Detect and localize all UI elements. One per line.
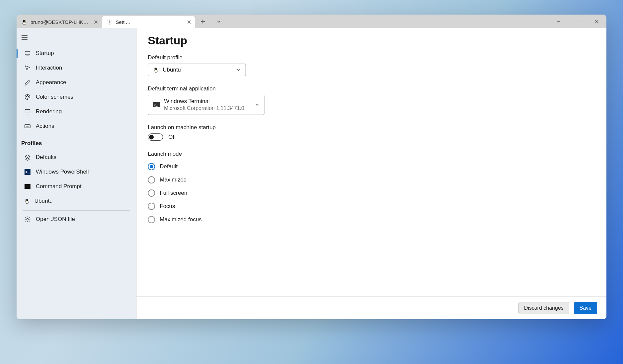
save-button[interactable]: Save [574, 302, 597, 314]
keyboard-icon [24, 123, 31, 130]
sidebar-item-defaults[interactable]: Defaults [17, 150, 136, 165]
sidebar-item-label: Windows PowerShell [36, 169, 89, 175]
content: Startup Default profile Ubuntu Default t… [137, 28, 606, 319]
close-tab-icon[interactable] [187, 20, 191, 25]
svg-point-20 [156, 69, 157, 69]
gear-icon [107, 19, 112, 25]
window-controls [549, 15, 606, 28]
launch-on-startup-label: Launch on machine startup [148, 124, 595, 131]
radio-label: Focus [160, 203, 175, 210]
sidebar-item-label: Interaction [36, 65, 62, 71]
default-profile-value: Ubuntu [163, 67, 181, 73]
radio-icon [148, 189, 155, 197]
cursor-icon [24, 65, 31, 71]
gear-icon [24, 216, 31, 223]
radio-label: Full screen [160, 190, 187, 196]
svg-point-8 [27, 95, 28, 96]
launch-mode-option-focus[interactable]: Focus [148, 200, 595, 213]
titlebar: bruno@DESKTOP-LHKG09U: /m Settings [17, 15, 606, 28]
sidebar-item-label: Color schemes [36, 94, 73, 100]
tab-label: bruno@DESKTOP-LHKG09U: /m [30, 19, 90, 25]
radio-label: Default [160, 163, 178, 170]
default-terminal-value: Windows Terminal [164, 98, 244, 105]
radio-label: Maximized focus [160, 216, 202, 223]
sidebar-item-interaction[interactable]: Interaction [17, 61, 136, 75]
sidebar-item-label: Ubuntu [34, 198, 53, 204]
launch-mode-label: Launch mode [148, 151, 595, 157]
sidebar-item-startup[interactable]: Startup [17, 46, 136, 61]
maximize-button[interactable] [568, 15, 587, 28]
svg-point-7 [26, 96, 27, 97]
launch-on-startup-toggle[interactable] [148, 133, 163, 141]
svg-rect-5 [576, 20, 579, 23]
svg-point-3 [25, 21, 25, 21]
terminal-icon: >_ [153, 102, 160, 107]
powershell-icon: >_ [24, 169, 31, 175]
launch-on-startup-value: Off [168, 134, 176, 140]
startup-icon [24, 50, 31, 57]
svg-rect-6 [25, 51, 30, 55]
tab-settings[interactable]: Settings [102, 16, 195, 28]
launch-mode-option-maximized-focus[interactable]: Maximized focus [148, 213, 595, 226]
sidebar-item-color-schemes[interactable]: Color schemes [17, 90, 136, 104]
app-window: bruno@DESKTOP-LHKG09U: /m Settings [17, 15, 606, 319]
radio-icon [148, 216, 155, 223]
sidebar-item-label: Defaults [36, 154, 56, 161]
svg-point-16 [27, 218, 28, 220]
svg-point-18 [154, 70, 158, 73]
default-profile-select[interactable]: Ubuntu [148, 64, 246, 76]
sidebar-item-appearance[interactable]: Appearance [17, 75, 136, 90]
footer: Discard changes Save [137, 296, 606, 319]
radio-icon [148, 176, 155, 183]
sidebar-item-actions[interactable]: Actions [17, 119, 136, 133]
svg-point-2 [24, 21, 24, 21]
discard-button[interactable]: Discard changes [518, 302, 569, 314]
sidebar: Startup Interaction Appearance Color sch… [17, 28, 137, 319]
sidebar-item-label: Appearance [36, 79, 66, 86]
sidebar-item-label: Command Prompt [36, 183, 82, 190]
svg-point-15 [27, 200, 28, 200]
svg-point-19 [155, 69, 156, 69]
minimize-button[interactable] [549, 15, 568, 28]
chevron-down-icon [236, 68, 241, 72]
launch-mode-option-default[interactable]: Default [148, 160, 595, 173]
sidebar-item-label: Startup [36, 50, 54, 57]
sidebar-item-rendering[interactable]: Rendering [17, 104, 136, 119]
ubuntu-icon [153, 67, 159, 73]
svg-rect-11 [25, 125, 30, 128]
tab-terminal-session[interactable]: bruno@DESKTOP-LHKG09U: /m [17, 16, 102, 28]
sidebar-item-powershell[interactable]: >_ Windows PowerShell [17, 165, 136, 179]
radio-label: Maximized [160, 177, 187, 183]
sidebar-item-command-prompt[interactable]: Command Prompt [17, 179, 136, 194]
ubuntu-icon [24, 198, 30, 204]
layers-icon [24, 154, 31, 161]
default-terminal-label: Default terminal application [148, 85, 595, 92]
ubuntu-icon [21, 19, 27, 25]
sidebar-item-open-json[interactable]: Open JSON file [17, 212, 136, 227]
chevron-down-icon [255, 102, 259, 107]
svg-point-4 [109, 21, 110, 23]
tab-label: Settings [116, 19, 131, 25]
tab-dropdown-button[interactable] [211, 15, 227, 28]
new-tab-button[interactable] [195, 15, 211, 28]
launch-mode-option-maximized[interactable]: Maximized [148, 173, 595, 186]
close-tab-icon[interactable] [93, 20, 98, 25]
palette-icon [24, 94, 31, 100]
launch-mode-option-full-screen[interactable]: Full screen [148, 186, 595, 200]
close-window-button[interactable] [587, 15, 606, 28]
radio-icon [148, 163, 155, 170]
content-scroll: Startup Default profile Ubuntu Default t… [137, 28, 606, 296]
hamburger-button[interactable] [17, 31, 136, 46]
default-profile-label: Default profile [148, 54, 595, 61]
svg-point-13 [25, 201, 29, 204]
sidebar-item-label: Actions [36, 123, 54, 130]
brush-icon [24, 79, 31, 86]
body: Startup Interaction Appearance Color sch… [17, 28, 606, 319]
sidebar-item-label: Rendering [36, 108, 62, 115]
default-terminal-sub: Microsoft Corporation 1.11.3471.0 [164, 105, 244, 112]
sidebar-item-ubuntu[interactable]: Ubuntu [17, 194, 136, 208]
monitor-icon [24, 108, 31, 115]
svg-rect-10 [25, 109, 30, 113]
default-terminal-select[interactable]: >_ Windows Terminal Microsoft Corporatio… [148, 95, 264, 115]
page-title: Startup [148, 34, 595, 47]
